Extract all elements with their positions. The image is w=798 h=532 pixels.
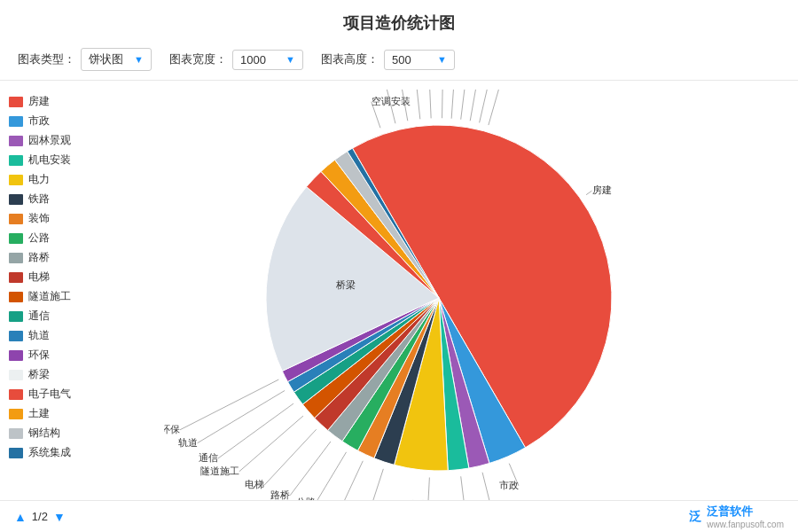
legend-label: 园林景观 (28, 133, 71, 148)
legend-item: 装饰 (9, 211, 124, 226)
legend-item: 公路 (9, 231, 124, 246)
pie-label-text: 路桥 (270, 489, 290, 500)
legend-item: 电力 (9, 172, 124, 187)
pie-label-line (239, 416, 303, 472)
pie-label-text: 房建 (592, 184, 612, 195)
legend-item: 路桥 (9, 250, 124, 265)
brand-name: 泛普软件 (707, 504, 784, 520)
brand-logo-icon: 泛 (689, 509, 701, 525)
legend-label: 公路 (28, 231, 50, 246)
pie-label-line (480, 90, 511, 122)
legend-item: 市政 (9, 113, 124, 129)
pie-label-line (442, 90, 444, 118)
pie-label-line (316, 452, 346, 503)
legend-color-swatch (9, 175, 23, 185)
pie-label-line (218, 403, 293, 458)
legend-color-swatch (9, 194, 23, 205)
pie-label-text: 轨道 (178, 437, 198, 448)
pie-label-text: 环保 (164, 424, 180, 434)
legend-color-swatch (9, 389, 23, 400)
legend-label: 轨道 (28, 328, 50, 343)
legend-label: 铁路 (28, 192, 50, 207)
chart-width-label: 图表宽度： (169, 51, 227, 67)
legend-color-swatch (9, 253, 23, 263)
legend-color-swatch (9, 409, 23, 419)
chart-width-select[interactable]: 1000 ▼ (232, 50, 303, 70)
legend-label: 机电安装 (28, 153, 71, 168)
legend-item: 隧道施工 (9, 289, 124, 304)
legend-color-swatch (9, 448, 23, 458)
legend-color-swatch (9, 370, 23, 380)
chart-type-label: 图表类型： (18, 51, 75, 67)
chart-height-label: 图表高度： (321, 51, 379, 67)
pie-label-text: 通信 (199, 452, 218, 463)
legend-label: 环保 (28, 348, 50, 363)
legend-color-swatch (9, 97, 23, 107)
legend-label: 市政 (28, 113, 50, 129)
prev-page-button[interactable]: ▲ (14, 510, 27, 524)
chart-type-group: 图表类型： 饼状图 ▼ (18, 48, 152, 71)
legend-color-swatch (9, 428, 23, 439)
pie-chart: 房建市政园林景观机电安装电力铁路装饰公路路桥电梯隧道施工通信轨道环保桥梁空调安装… (164, 90, 749, 506)
pie-label-line (180, 379, 278, 430)
footer: ▲ 1/2 ▼ 泛 泛普软件 www.fanpusoft.com (0, 500, 798, 532)
legend-item: 铁路 (9, 192, 124, 207)
brand: 泛 泛普软件 www.fanpusoft.com (689, 504, 784, 529)
page-info: 1/2 (32, 510, 48, 523)
legend-label: 通信 (28, 309, 50, 324)
pie-label-text: 市政 (499, 480, 519, 490)
legend-item: 环保 (9, 348, 124, 363)
chart-height-arrow-icon: ▼ (437, 54, 447, 65)
main-content: 房建 市政 园林景观 机电安装 电力 铁路 装饰 公路 路桥 电梯 (0, 81, 798, 506)
legend-label: 钢结构 (28, 426, 60, 441)
legend-label: 桥梁 (28, 367, 50, 382)
toolbar: 图表类型： 饼状图 ▼ 图表宽度： 1000 ▼ 图表高度： 500 ▼ (0, 43, 798, 81)
legend-color-swatch (9, 136, 23, 146)
chart-type-arrow-icon: ▼ (134, 54, 144, 65)
legend-item: 通信 (9, 309, 124, 324)
legend-item: 园林景观 (9, 133, 124, 148)
pie-label-line (451, 90, 458, 119)
legend-item: 房建 (9, 94, 124, 109)
legend-label: 电子电气 (28, 387, 71, 402)
legend-label: 土建 (28, 406, 50, 421)
legend-color-swatch (9, 311, 23, 322)
pie-label-line (413, 90, 420, 119)
legend-color-swatch (9, 272, 23, 283)
legend-item: 土建 (9, 406, 124, 421)
pie-label-line (264, 429, 317, 485)
pie-label-text: 隧道施工 (200, 466, 239, 476)
pagination: ▲ 1/2 ▼ (14, 510, 66, 524)
legend-item: 钢结构 (9, 426, 124, 441)
legend-label: 电力 (28, 172, 50, 187)
chart-height-select[interactable]: 500 ▼ (384, 50, 455, 70)
legend-item: 桥梁 (9, 367, 124, 382)
chart-width-group: 图表宽度： 1000 ▼ (169, 50, 303, 70)
legend-color-swatch (9, 350, 23, 361)
legend-label: 装饰 (28, 211, 50, 226)
legend-color-swatch (9, 331, 23, 341)
legend-item: 机电安装 (9, 153, 124, 168)
legend-color-swatch (9, 155, 23, 166)
pie-label-text: 电梯 (245, 479, 264, 489)
pie-label-line (489, 90, 530, 125)
legend-label: 房建 (28, 94, 50, 109)
legend-item: 轨道 (9, 328, 124, 343)
legend: 房建 市政 园林景观 机电安装 电力 铁路 装饰 公路 路桥 电梯 (9, 90, 124, 506)
next-page-button[interactable]: ▼ (53, 510, 66, 524)
legend-item: 电子电气 (9, 387, 124, 402)
legend-color-swatch (9, 116, 23, 127)
page-title: 项目造价统计图 (0, 0, 798, 43)
brand-url: www.fanpusoft.com (707, 520, 784, 529)
legend-label: 系统集成 (28, 445, 71, 460)
pie-label-line (290, 442, 331, 496)
legend-color-swatch (9, 214, 23, 224)
pie-label-text: 桥梁 (335, 279, 356, 290)
legend-label: 隧道施工 (28, 289, 71, 304)
pie-label-line (461, 90, 475, 120)
legend-label: 电梯 (28, 270, 50, 285)
chart-type-select[interactable]: 饼状图 ▼ (81, 48, 152, 71)
chart-width-arrow-icon: ▼ (286, 54, 295, 65)
legend-color-swatch (9, 292, 23, 302)
chart-area: 房建市政园林景观机电安装电力铁路装饰公路路桥电梯隧道施工通信轨道环保桥梁空调安装… (124, 90, 789, 506)
